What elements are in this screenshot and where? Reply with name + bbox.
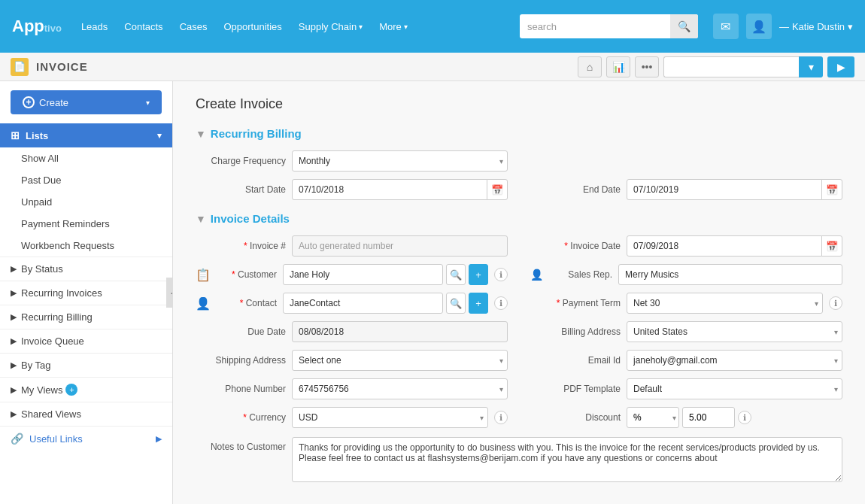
by-status-arrow-icon: ▶ [11, 264, 17, 274]
nav-leads[interactable]: Leads [77, 18, 112, 35]
due-date-input[interactable] [292, 321, 508, 342]
sidebar-invoice-queue[interactable]: ▶ Invoice Queue [0, 329, 172, 353]
subheader-search-btn[interactable]: ▾ [799, 56, 823, 77]
user-icon-btn[interactable]: 👤 [746, 14, 772, 39]
create-button[interactable]: + Create ▾ [11, 90, 162, 114]
contact-person-icon: 👤 [196, 296, 211, 311]
customer-info-btn[interactable]: ℹ [494, 268, 508, 281]
sidebar-by-tag[interactable]: ▶ By Tag [0, 353, 172, 377]
due-date-label: Due Date [196, 326, 286, 337]
contact-row: 👤 Contact 🔍 + ℹ [196, 293, 508, 314]
customer-search-btn[interactable]: 🔍 [446, 264, 466, 285]
payment-term-select[interactable]: Net 30 [627, 293, 823, 314]
end-date-calendar-btn[interactable]: 📅 [821, 179, 842, 200]
nav-supply-chain[interactable]: Supply Chain ▾ [294, 18, 367, 35]
invoice-queue-arrow-icon: ▶ [11, 336, 17, 346]
more-arrow-icon: ▾ [404, 23, 408, 31]
nav-more[interactable]: More ▾ [375, 18, 412, 35]
email-id-select[interactable]: janeholy@gmail.com [627, 350, 842, 371]
subheader-go-btn[interactable]: ▶ [827, 56, 854, 77]
more-btn[interactable]: ••• [635, 56, 659, 77]
discount-value-input[interactable] [682, 407, 735, 428]
sidebar-by-status[interactable]: ▶ By Status [0, 257, 172, 281]
currency-select[interactable]: USD [292, 407, 488, 428]
discount-row: Discount % ▾ ℹ [530, 407, 842, 428]
sidebar-my-views[interactable]: ▶ My Views + [0, 377, 172, 402]
currency-row: Currency USD ▾ ℹ [196, 407, 508, 428]
contact-input-group: 🔍 + [283, 293, 488, 314]
contact-info-btn[interactable]: ℹ [494, 296, 508, 310]
customer-add-btn[interactable]: + [469, 264, 488, 285]
customer-label: Customer [217, 269, 277, 280]
sidebar-collapse-btn[interactable]: ◀ [166, 278, 173, 308]
sidebar-shared-views[interactable]: ▶ Shared Views [0, 402, 172, 426]
customer-input-group: 🔍 + [283, 264, 488, 285]
start-date-label: Start Date [196, 184, 286, 195]
subheader-title: INVOICE [36, 60, 88, 73]
invoice-num-label: Invoice # [196, 241, 286, 251]
customer-row: 📋 Customer 🔍 + ℹ [196, 264, 508, 285]
customer-input[interactable] [283, 264, 443, 285]
start-date-row: Start Date 📅 [196, 179, 508, 200]
invoice-date-calendar-btn[interactable]: 📅 [821, 235, 842, 257]
search-input[interactable] [520, 21, 670, 32]
nav-opportunities[interactable]: Opportunities [219, 18, 286, 35]
invoice-icon: 📄 [11, 58, 29, 76]
supply-chain-arrow-icon: ▾ [359, 23, 363, 31]
discount-type-select[interactable]: % [627, 407, 679, 428]
nav-cases[interactable]: Cases [175, 18, 212, 35]
contact-input[interactable] [283, 293, 443, 314]
invoice-num-row: Invoice # [196, 235, 508, 257]
billing-address-label: Billing Address [530, 326, 621, 337]
sidebar-item-payment-reminders[interactable]: Payment Reminders [0, 213, 172, 235]
payment-term-label: Payment Term [530, 298, 621, 308]
email-id-select-wrap: janeholy@gmail.com ▾ [627, 350, 842, 371]
sidebar-useful-links[interactable]: 🔗 Useful Links ▶ [0, 426, 172, 451]
discount-info-btn[interactable]: ℹ [738, 411, 751, 424]
sidebar-recurring-invoices[interactable]: ▶ Recurring Invoices [0, 281, 172, 305]
mail-icon-btn[interactable]: ✉ [713, 14, 739, 39]
chart-btn[interactable]: 📊 [606, 56, 630, 77]
phone-number-label: Phone Number [196, 384, 286, 394]
sales-rep-input[interactable] [618, 264, 842, 285]
sidebar-item-past-due[interactable]: Past Due [0, 169, 172, 191]
invoice-details-toggle[interactable]: ▼ [196, 213, 206, 225]
invoice-date-input[interactable] [627, 235, 822, 257]
charge-frequency-select[interactable]: Monthly [292, 150, 508, 172]
my-views-arrow-icon: ▶ [11, 385, 17, 395]
shared-views-arrow-icon: ▶ [11, 409, 17, 419]
billing-address-select[interactable]: United States [627, 321, 842, 342]
pdf-template-select[interactable]: Default [627, 378, 842, 399]
useful-links-icon: 🔗 [11, 433, 23, 445]
start-date-calendar-btn[interactable]: 📅 [487, 179, 508, 200]
sidebar-lists-header[interactable]: ⊞ Lists ▾ [0, 123, 172, 147]
payment-term-info-btn[interactable]: ℹ [829, 296, 842, 310]
discount-group: % ▾ ℹ [627, 407, 842, 428]
nav-contacts[interactable]: Contacts [120, 18, 167, 35]
end-date-input[interactable] [627, 179, 822, 200]
invoice-num-input[interactable] [292, 235, 508, 257]
billing-address-select-wrap: United States ▾ [627, 321, 842, 342]
currency-select-wrap: USD ▾ [292, 407, 488, 428]
sidebar-item-show-all[interactable]: Show All [0, 147, 172, 169]
sidebar-recurring-billing[interactable]: ▶ Recurring Billing [0, 305, 172, 329]
contact-search-btn[interactable]: 🔍 [446, 293, 466, 314]
invoice-details-header: ▼ Invoice Details [196, 212, 842, 225]
sidebar-item-unpaid[interactable]: Unpaid [0, 191, 172, 213]
shipping-address-select[interactable]: Select one [292, 350, 508, 371]
home-btn[interactable]: ⌂ [578, 56, 602, 77]
contact-add-btn[interactable]: + [469, 293, 488, 314]
search-button[interactable]: 🔍 [670, 14, 698, 38]
nav-user[interactable]: — Katie Dustin ▾ [779, 21, 853, 32]
recurring-billing-grid: Charge Frequency Monthly ▾ Start Date 📅 [196, 150, 842, 200]
invoice-details-grid: Invoice # Invoice Date 📅 📋 Customer [196, 235, 842, 428]
currency-info-btn[interactable]: ℹ [494, 411, 508, 424]
subheader-search-input[interactable] [663, 56, 799, 77]
subheader-actions: ⌂ 📊 ••• ▾ ▶ [578, 56, 854, 77]
recurring-billing-toggle[interactable]: ▼ [196, 128, 206, 140]
notes-textarea[interactable]: Thanks for providing us the opportunity … [292, 437, 842, 482]
phone-number-select[interactable]: 6745756756 [292, 378, 508, 399]
sidebar-item-workbench-requests[interactable]: Workbench Requests [0, 235, 172, 257]
my-views-add-icon[interactable]: + [65, 384, 77, 396]
start-date-input[interactable] [292, 179, 487, 200]
